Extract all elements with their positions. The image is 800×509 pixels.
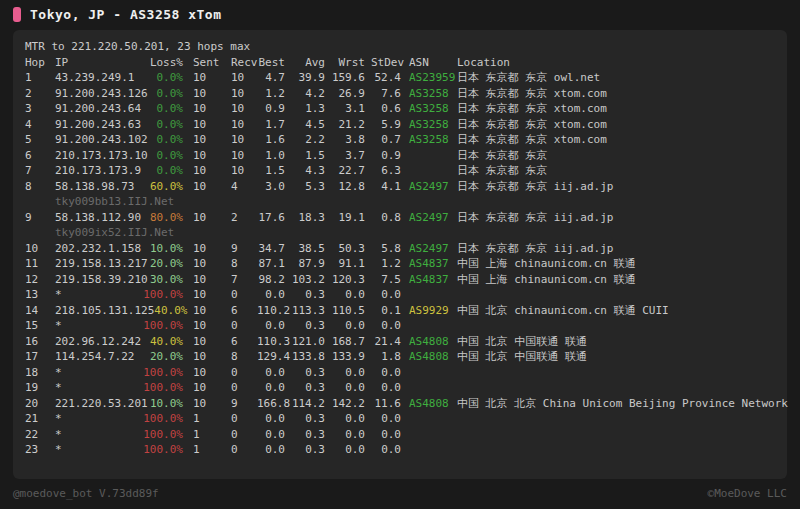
table-row: 6 210.173.173.100.0% 10 10 1.0 1.5 3.7 0…	[13, 148, 787, 164]
table-row: 23 *100.0% 1 0 0.0 0.3 0.0 0.0	[13, 442, 787, 458]
hop-number: 5	[25, 132, 55, 148]
hop-best: 0.0	[257, 411, 291, 427]
hop-loss: 100.0%	[143, 318, 191, 334]
hop-best: 1.2	[257, 86, 291, 102]
hop-number: 13	[25, 287, 55, 303]
hop-asn	[407, 380, 455, 396]
hop-best: 3.0	[257, 179, 291, 195]
hop-avg: 18.3	[291, 210, 331, 226]
hop-avg: 0.3	[291, 411, 331, 427]
table-row: 17 114.254.7.2220.0% 10 8 129.4 133.8 13…	[13, 349, 787, 365]
table-row: 16 202.96.12.24240.0% 10 6 110.3 121.0 1…	[13, 334, 787, 350]
hop-asn: AS9929	[407, 303, 455, 319]
hop-number: 21	[25, 411, 55, 427]
hop-location: 中国 北京 中国联通 联通	[455, 334, 779, 350]
hop-location: 中国 上海 chinaunicom.cn 联通	[455, 256, 779, 272]
hop-recv: 10	[229, 117, 257, 133]
hop-location: 日本 东京都 东京 xtom.com	[455, 117, 779, 133]
hop-stdev: 7.5	[371, 272, 407, 288]
hop-stdev: 11.6	[371, 396, 407, 412]
hop-sent: 10	[191, 303, 229, 319]
col-header-wrst: Wrst	[331, 55, 371, 71]
hop-loss: 0.0%	[157, 163, 192, 179]
hop-location	[455, 427, 779, 443]
table-row: 18 *100.0% 10 0 0.0 0.3 0.0 0.0	[13, 365, 787, 381]
hop-asn	[407, 411, 455, 427]
hop-ip: 58.138.112.90	[55, 210, 141, 226]
hop-best: 0.0	[257, 318, 291, 334]
hop-asn: AS3258	[407, 101, 455, 117]
mtr-rows: 1 43.239.249.10.0% 10 10 4.7 39.9 159.6 …	[13, 70, 787, 458]
hop-sent: 10	[191, 318, 229, 334]
hop-asn: AS3258	[407, 117, 455, 133]
table-row: 7 210.173.173.90.0% 10 10 1.5 4.3 22.7 6…	[13, 163, 787, 179]
hop-best: 129.4	[257, 349, 291, 365]
hop-avg: 133.8	[291, 349, 331, 365]
hop-avg: 0.3	[291, 380, 331, 396]
hop-loss: 20.0%	[150, 349, 191, 365]
hop-stdev: 21.4	[371, 334, 407, 350]
hop-location: 中国 上海 chinaunicom.cn 联通	[455, 272, 779, 288]
hop-recv: 7	[229, 272, 257, 288]
col-header-best: Best	[257, 55, 291, 71]
hop-number: 12	[25, 272, 55, 288]
hop-ip: *	[55, 318, 62, 334]
hop-number: 19	[25, 380, 55, 396]
hop-loss: 100.0%	[143, 287, 191, 303]
hop-recv: 0	[229, 442, 257, 458]
hop-stdev: 7.6	[371, 86, 407, 102]
hop-wrst: 0.0	[331, 318, 371, 334]
table-row: 9 58.138.112.9080.0% 10 2 17.6 18.3 19.1…	[13, 210, 787, 226]
table-row: 14 218.105.131.12540.0% 10 6 110.2 113.3…	[13, 303, 787, 319]
hop-loss: 0.0%	[157, 148, 192, 164]
hop-sent: 10	[191, 365, 229, 381]
hop-recv: 10	[229, 132, 257, 148]
hop-ip: 202.232.1.158	[55, 241, 141, 257]
hop-sent: 1	[191, 427, 229, 443]
table-header-row: Hop IPLoss% Sent Recv Best Avg Wrst StDe…	[13, 55, 787, 71]
hop-sent: 10	[191, 380, 229, 396]
hop-ip: *	[55, 287, 62, 303]
hop-loss: 100.0%	[143, 380, 191, 396]
copyright: ©MoeDove LLC	[708, 487, 787, 500]
mtr-result-panel: MTR to 221.220.50.201, 23 hops max Hop I…	[13, 30, 787, 479]
col-header-ip: IP	[55, 55, 68, 71]
hop-avg: 2.2	[291, 132, 331, 148]
hop-number: 2	[25, 86, 55, 102]
hop-location	[455, 365, 779, 381]
table-row: 11 219.158.13.21720.0% 10 8 87.1 87.9 91…	[13, 256, 787, 272]
hop-avg: 0.3	[291, 427, 331, 443]
hop-asn: AS3258	[407, 86, 455, 102]
hop-loss: 60.0%	[150, 179, 191, 195]
hop-ip: 43.239.249.1	[55, 70, 134, 86]
hop-recv: 10	[229, 101, 257, 117]
hop-best: 1.6	[257, 132, 291, 148]
hop-wrst: 19.1	[331, 210, 371, 226]
hop-recv: 2	[229, 210, 257, 226]
hop-stdev: 0.0	[371, 411, 407, 427]
hop-sent: 10	[191, 349, 229, 365]
hop-sent: 10	[191, 287, 229, 303]
hop-number: 11	[25, 256, 55, 272]
hop-best: 166.8	[257, 396, 291, 412]
hop-asn	[407, 163, 455, 179]
hop-loss: 0.0%	[157, 117, 192, 133]
hop-ip: 219.158.39.210	[55, 272, 148, 288]
hop-stdev: 0.0	[371, 442, 407, 458]
hop-wrst: 120.3	[331, 272, 371, 288]
hop-recv: 10	[229, 70, 257, 86]
hop-asn	[407, 287, 455, 303]
title-bar: Tokyo, JP - AS3258 xTom	[13, 7, 222, 22]
hop-recv: 0	[229, 318, 257, 334]
hop-stdev: 0.0	[371, 365, 407, 381]
hop-loss: 10.0%	[150, 396, 191, 412]
hop-loss: 20.0%	[150, 256, 191, 272]
hop-best: 0.9	[257, 101, 291, 117]
hop-number: 3	[25, 101, 55, 117]
hop-asn: AS4837	[407, 272, 455, 288]
hop-avg: 1.5	[291, 148, 331, 164]
hop-loss: 0.0%	[157, 86, 192, 102]
col-header-asn: ASN	[407, 55, 455, 71]
hop-sent: 10	[191, 272, 229, 288]
hop-loss: 0.0%	[157, 132, 192, 148]
